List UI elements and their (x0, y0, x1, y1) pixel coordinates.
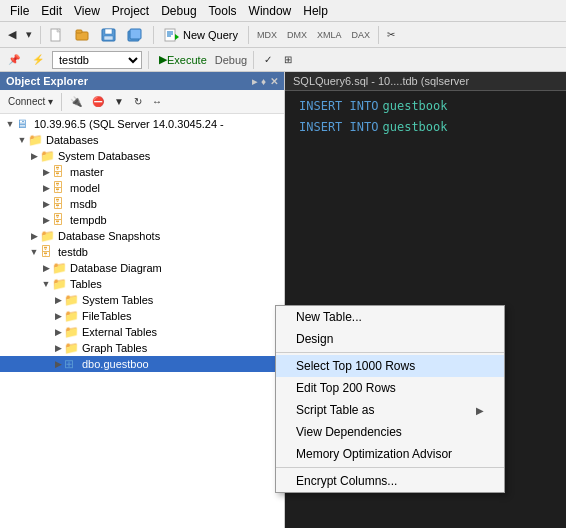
menu-project[interactable]: Project (106, 2, 155, 20)
tree-testdb[interactable]: ▼ 🗄 testdb (0, 244, 284, 260)
expand-tables[interactable]: ▼ (40, 279, 52, 289)
execute-button[interactable]: ▶ Execute (155, 50, 211, 69)
expand-guestbook[interactable]: ▶ (52, 359, 64, 369)
tables-label: Tables (70, 278, 102, 290)
ctx-select-top-1000[interactable]: Select Top 1000 Rows (276, 355, 504, 377)
auto-hide-icon[interactable]: ♦ (261, 76, 266, 87)
tree-file-tables[interactable]: ▶ 📁 FileTables (0, 308, 284, 324)
graph-tables-icon: 📁 (64, 341, 80, 355)
ctx-encrypt-columns[interactable]: Encrypt Columns... (276, 470, 504, 492)
forward-button[interactable]: ▾ (22, 25, 36, 44)
oe-title: Object Explorer (6, 75, 88, 87)
save-all-button[interactable] (123, 25, 149, 45)
tree-external-tables[interactable]: ▶ 📁 External Tables (0, 324, 284, 340)
oe-sync-btn[interactable]: ↔ (148, 94, 166, 109)
grid-button[interactable]: ⊞ (280, 51, 296, 68)
tree-db-diagrams[interactable]: ▶ 📁 Database Diagram (0, 260, 284, 276)
disconnect-button[interactable]: ⚡ (28, 51, 48, 68)
tree-databases[interactable]: ▼ 📁 Databases (0, 132, 284, 148)
expand-external-tables[interactable]: ▶ (52, 327, 64, 337)
expand-tempdb[interactable]: ▶ (40, 215, 52, 225)
tree-system-dbs[interactable]: ▶ 📁 System Databases (0, 148, 284, 164)
expand-file-tables[interactable]: ▶ (52, 311, 64, 321)
pin-button[interactable]: 📌 (4, 51, 24, 68)
close-icon[interactable]: ✕ (270, 76, 278, 87)
mdx-button[interactable]: MDX (253, 27, 281, 43)
ctx-script-table-as[interactable]: Script Table as ▶ (276, 399, 504, 421)
oe-refresh-btn[interactable]: ↻ (130, 94, 146, 109)
menu-help[interactable]: Help (297, 2, 334, 20)
sql-tab-label: SQLQuery6.sql - 10....tdb (sqlserver (293, 75, 469, 87)
expand-server[interactable]: ▼ (4, 119, 16, 129)
new-query-button[interactable]: New Query (158, 25, 244, 45)
new-button[interactable] (45, 25, 69, 45)
check-button[interactable]: ✓ (260, 51, 276, 68)
expand-databases[interactable]: ▼ (16, 135, 28, 145)
save-button[interactable] (97, 25, 121, 45)
xmla-button[interactable]: XMLA (313, 27, 346, 43)
database-selector[interactable]: testdb (52, 51, 142, 69)
secondary-toolbar: 📌 ⚡ testdb ▶ Execute Debug ✓ ⊞ (0, 48, 566, 72)
tree-guestbook[interactable]: ▶ ⊞ dbo.guestboo (0, 356, 284, 372)
menu-tools[interactable]: Tools (203, 2, 243, 20)
svg-marker-13 (175, 34, 179, 40)
expand-diagrams[interactable]: ▶ (40, 263, 52, 273)
debug-label: Debug (215, 54, 247, 66)
back-button[interactable]: ◀ (4, 25, 20, 44)
expand-model[interactable]: ▶ (40, 183, 52, 193)
sql-table-2: guestbook (382, 118, 447, 137)
save-icon (101, 28, 117, 42)
expand-testdb[interactable]: ▼ (28, 247, 40, 257)
expand-master[interactable]: ▶ (40, 167, 52, 177)
cut-button[interactable]: ✂ (383, 26, 399, 43)
ctx-script-table-as-label: Script Table as (296, 403, 375, 417)
expand-graph-tables[interactable]: ▶ (52, 343, 64, 353)
tree-msdb[interactable]: ▶ 🗄 msdb (0, 196, 284, 212)
separator-5 (148, 51, 149, 69)
ctx-view-dependencies[interactable]: View Dependencies (276, 421, 504, 443)
oe-connect-btn[interactable]: Connect ▾ (4, 94, 57, 109)
menu-edit[interactable]: Edit (35, 2, 68, 20)
separator-6 (253, 51, 254, 69)
sys-tables-label: System Tables (82, 294, 153, 306)
oe-connect-icon-btn[interactable]: 🔌 (66, 94, 86, 109)
menu-file[interactable]: File (4, 2, 35, 20)
graph-tables-label: Graph Tables (82, 342, 147, 354)
menu-window[interactable]: Window (243, 2, 298, 20)
sql-tab[interactable]: SQLQuery6.sql - 10....tdb (sqlserver (285, 72, 566, 91)
dmx-button[interactable]: DMX (283, 27, 311, 43)
expand-snapshots[interactable]: ▶ (28, 231, 40, 241)
server-icon: 🖥 (16, 117, 32, 131)
system-dbs-label: System Databases (58, 150, 150, 162)
menubar: File Edit View Project Debug Tools Windo… (0, 0, 566, 22)
ctx-edit-top-200[interactable]: Edit Top 200 Rows (276, 377, 504, 399)
expand-msdb[interactable]: ▶ (40, 199, 52, 209)
oe-toolbar: Connect ▾ 🔌 ⛔ ▼ ↻ ↔ (0, 90, 284, 114)
tree-system-tables[interactable]: ▶ 📁 System Tables (0, 292, 284, 308)
tree-db-snapshots[interactable]: ▶ 📁 Database Snapshots (0, 228, 284, 244)
oe-filter-btn[interactable]: ▼ (110, 94, 128, 109)
ctx-memory-optimization[interactable]: Memory Optimization Advisor (276, 443, 504, 465)
tree-graph-tables[interactable]: ▶ 📁 Graph Tables (0, 340, 284, 356)
ctx-new-table[interactable]: New Table... (276, 306, 504, 328)
ctx-sep-1 (276, 352, 504, 353)
open-button[interactable] (71, 25, 95, 45)
external-tables-icon: 📁 (64, 325, 80, 339)
pin-icon[interactable]: ▸ (252, 76, 257, 87)
diagrams-label: Database Diagram (70, 262, 162, 274)
oe-disconnect-icon-btn[interactable]: ⛔ (88, 94, 108, 109)
dax-button[interactable]: DAX (348, 27, 375, 43)
new-query-label: New Query (183, 29, 238, 41)
menu-view[interactable]: View (68, 2, 106, 20)
ctx-design[interactable]: Design (276, 328, 504, 350)
tree-model[interactable]: ▶ 🗄 model (0, 180, 284, 196)
expand-sys-tables[interactable]: ▶ (52, 295, 64, 305)
menu-debug[interactable]: Debug (155, 2, 202, 20)
tree-tempdb[interactable]: ▶ 🗄 tempdb (0, 212, 284, 228)
tree-master[interactable]: ▶ 🗄 master (0, 164, 284, 180)
testdb-icon: 🗄 (40, 245, 56, 259)
tree-tables[interactable]: ▼ 📁 Tables (0, 276, 284, 292)
oe-header-icons: ▸ ♦ ✕ (252, 76, 278, 87)
expand-system-dbs[interactable]: ▶ (28, 151, 40, 161)
tree-server[interactable]: ▼ 🖥 10.39.96.5 (SQL Server 14.0.3045.24 … (0, 116, 284, 132)
